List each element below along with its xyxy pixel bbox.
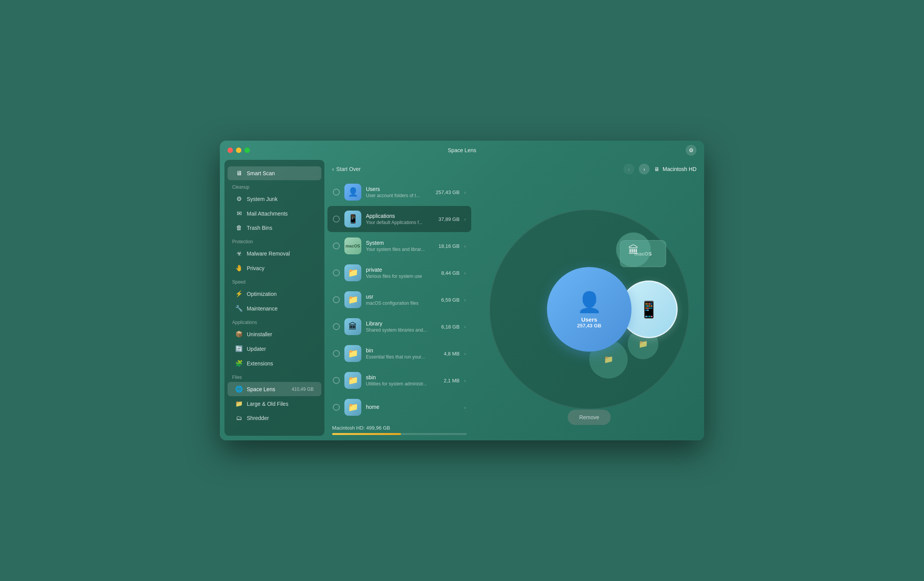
space-lens-icon: 🌐 bbox=[235, 385, 243, 393]
shredder-icon: 🗂 bbox=[235, 415, 243, 422]
sidebar-item-malware-removal[interactable]: ☣ Malware Removal bbox=[228, 246, 321, 261]
file-icon: 📱 bbox=[344, 211, 361, 227]
file-icon: 📁 bbox=[344, 345, 361, 362]
file-radio[interactable] bbox=[333, 189, 340, 196]
traffic-lights bbox=[228, 148, 250, 153]
remove-button[interactable]: Remove bbox=[568, 410, 611, 425]
file-desc: Various files for system use bbox=[366, 274, 437, 279]
file-desc: Shared system libraries and... bbox=[366, 327, 437, 333]
file-item[interactable]: 👤 Users User account folders of t... 257… bbox=[327, 179, 471, 205]
file-item[interactable]: 📁 home › bbox=[327, 394, 471, 420]
file-radio[interactable] bbox=[333, 269, 340, 276]
sidebar-section-applications: Applications bbox=[224, 316, 324, 327]
start-over-label: Start Over bbox=[336, 166, 361, 172]
system-junk-icon: ⚙ bbox=[235, 195, 243, 203]
file-icon: 📁 bbox=[344, 399, 361, 416]
file-name: private bbox=[366, 267, 437, 273]
file-radio[interactable] bbox=[333, 404, 340, 411]
sidebar-item-smart-scan[interactable]: 🖥 Smart Scan bbox=[228, 166, 321, 180]
maximize-button[interactable] bbox=[244, 148, 250, 153]
viz-circle: macOS 🏛 👤 Users 257,43 GB bbox=[489, 209, 689, 409]
sidebar-item-large-old-files[interactable]: 📁 Large & Old Files bbox=[228, 397, 321, 411]
library-bubble[interactable]: 🏛 bbox=[616, 232, 651, 267]
nav-forward-button[interactable]: › bbox=[639, 164, 650, 174]
file-icon: 📁 bbox=[344, 264, 361, 281]
chevron-right-icon: › bbox=[464, 297, 466, 303]
file-icon: 👤 bbox=[344, 184, 361, 201]
sidebar-item-privacy[interactable]: 🤚 Privacy bbox=[228, 261, 321, 275]
sidebar-label-shredder: Shredder bbox=[247, 415, 269, 421]
file-radio[interactable] bbox=[333, 323, 340, 330]
sidebar-label-optimization: Optimization bbox=[247, 291, 277, 297]
users-bubble-icon: 👤 bbox=[577, 290, 602, 314]
start-over-button[interactable]: ‹ Start Over bbox=[332, 166, 361, 172]
file-radio[interactable] bbox=[333, 242, 340, 249]
file-item[interactable]: 📁 private Various files for system use 8… bbox=[327, 260, 471, 286]
file-radio[interactable] bbox=[333, 377, 340, 384]
settings-icon[interactable]: ⚙ bbox=[686, 145, 696, 156]
apps-bubble-icon: 📱 bbox=[639, 300, 659, 319]
main-content: 🖥 Smart Scan Cleanup ⚙ System Junk ✉ Mai… bbox=[220, 160, 704, 440]
malware-icon: ☣ bbox=[235, 250, 243, 257]
sidebar-item-extensions[interactable]: 🧩 Extensions bbox=[228, 356, 321, 370]
file-radio[interactable] bbox=[333, 350, 340, 357]
file-desc: Your system files and librar... bbox=[366, 247, 434, 252]
file-radio[interactable] bbox=[333, 216, 340, 222]
file-icon: 🏛 bbox=[344, 318, 361, 335]
chevron-right-icon: › bbox=[464, 351, 466, 357]
chevron-right-icon: › bbox=[464, 378, 466, 383]
close-button[interactable] bbox=[228, 148, 233, 153]
chevron-right-icon: › bbox=[464, 405, 466, 410]
content-area: 👤 Users User account folders of t... 257… bbox=[324, 178, 704, 440]
file-size: 2,1 MB bbox=[444, 378, 459, 383]
sidebar-section-protection: Protection bbox=[224, 235, 324, 246]
file-desc: User account folders of t... bbox=[366, 193, 431, 198]
titlebar: Space Lens ⚙ bbox=[220, 141, 704, 160]
sidebar-section-cleanup: Cleanup bbox=[224, 181, 324, 191]
sidebar-item-mail-attachments[interactable]: ✉ Mail Attachments bbox=[228, 206, 321, 221]
file-name: Library bbox=[366, 320, 437, 327]
status-bar: Macintosh HD: 499,96 GB bbox=[324, 421, 474, 440]
file-item[interactable]: 📁 bin Essential files that run your... 4… bbox=[327, 340, 471, 367]
file-info: usr macOS configuration files bbox=[366, 294, 437, 306]
sidebar-item-optimization[interactable]: ⚡ Optimization bbox=[228, 287, 321, 301]
sidebar-item-trash-bins[interactable]: 🗑 Trash Bins bbox=[228, 221, 321, 235]
minimize-button[interactable] bbox=[236, 148, 241, 153]
users-bubble-name: Users bbox=[581, 316, 597, 323]
chevron-right-icon: › bbox=[464, 216, 466, 222]
sidebar-item-shredder[interactable]: 🗂 Shredder bbox=[228, 411, 321, 425]
file-info: bin Essential files that run your... bbox=[366, 347, 439, 360]
optimization-icon: ⚡ bbox=[235, 290, 243, 297]
file-desc: Your default Applications f... bbox=[366, 220, 434, 225]
sidebar-section-speed: Speed bbox=[224, 276, 324, 286]
file-item[interactable]: 📁 usr macOS configuration files 6,59 GB … bbox=[327, 287, 471, 313]
chevron-right-icon: › bbox=[464, 243, 466, 249]
file-name: usr bbox=[366, 294, 437, 300]
nav-back-button[interactable]: ‹ bbox=[623, 164, 634, 174]
users-bubble[interactable]: 👤 Users 257,43 GB bbox=[547, 267, 632, 352]
trash-icon: 🗑 bbox=[235, 224, 243, 231]
sidebar-label-smart-scan: Smart Scan bbox=[247, 170, 275, 176]
maintenance-icon: 🔧 bbox=[235, 305, 243, 312]
updater-icon: 🔄 bbox=[235, 345, 243, 352]
file-list-panel: 👤 Users User account folders of t... 257… bbox=[324, 178, 474, 440]
file-item[interactable]: macOS System Your system files and libra… bbox=[327, 233, 471, 259]
chevron-right-icon: › bbox=[464, 324, 466, 330]
sidebar-item-updater[interactable]: 🔄 Updater bbox=[228, 342, 321, 356]
file-icon: 📁 bbox=[344, 372, 361, 389]
file-item[interactable]: 📱 Applications Your default Applications… bbox=[327, 206, 471, 232]
sidebar-item-maintenance[interactable]: 🔧 Maintenance bbox=[228, 301, 321, 315]
file-item[interactable]: 📁 sbin Utilities for system administr...… bbox=[327, 367, 471, 393]
file-info: home bbox=[366, 404, 460, 411]
file-size: 18,16 GB bbox=[439, 243, 460, 249]
breadcrumb-icon: 🖥 bbox=[654, 166, 660, 172]
file-name: sbin bbox=[366, 374, 439, 380]
file-size: 8,44 GB bbox=[441, 270, 460, 276]
file-item[interactable]: 🏛 Library Shared system libraries and...… bbox=[327, 314, 471, 340]
file-radio[interactable] bbox=[333, 296, 340, 303]
sidebar-item-system-junk[interactable]: ⚙ System Junk bbox=[228, 192, 321, 206]
sidebar-item-uninstaller[interactable]: 📦 Uninstaller bbox=[228, 327, 321, 341]
file-size: 6,18 GB bbox=[441, 324, 460, 330]
chevron-right-icon: › bbox=[464, 270, 466, 276]
sidebar-item-space-lens[interactable]: 🌐 Space Lens 410,49 GB bbox=[228, 382, 321, 396]
